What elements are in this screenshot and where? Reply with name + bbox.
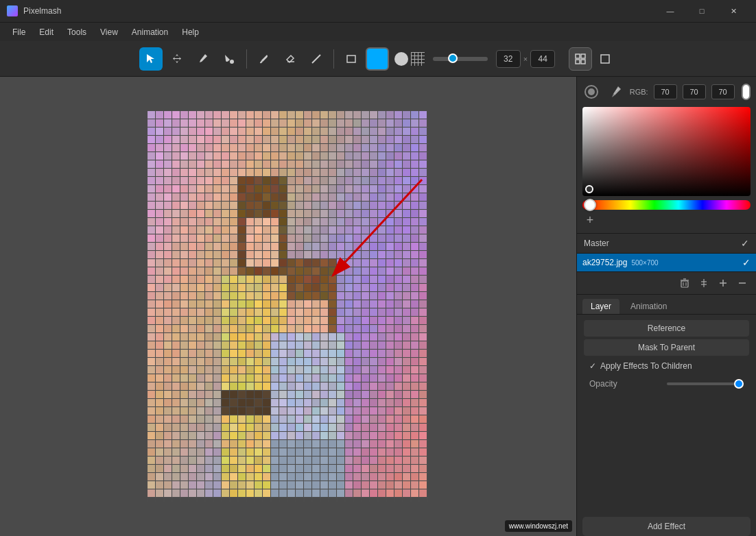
line-tool-button[interactable] [305,47,328,71]
canvas-wrapper [147,111,429,502]
rgb-g-input[interactable]: 70 [683,84,706,99]
svg-rect-3 [347,56,355,62]
foreground-color-circle[interactable] [394,52,408,66]
rgb-r-input[interactable]: 70 [654,84,677,99]
arrange-layer-button[interactable] [696,275,712,291]
hue-bar-thumb[interactable] [584,199,596,211]
app-title: Pixelmash [23,6,61,16]
menu-bar: File Edit Tools View Animation Help [0,22,756,41]
eraser-tool-button[interactable] [279,47,302,71]
rect-tool-button[interactable] [340,47,363,71]
menu-tools[interactable]: Tools [60,25,93,40]
move-tool-button[interactable] [165,47,189,71]
canvas-height[interactable]: 44 [530,50,555,68]
svg-rect-8 [601,55,609,63]
apply-effects-label: Apply Effects To Children [600,361,692,371]
svg-point-0 [230,60,234,64]
select-tool-button[interactable] [139,47,163,71]
layers-toolbar [577,272,756,295]
master-label: Master [584,239,609,248]
color-swatch[interactable] [366,47,389,71]
minimize-button[interactable]: — [654,0,686,22]
menu-animation[interactable]: Animation [125,25,175,40]
brush-size-slider[interactable] [433,57,488,61]
svg-rect-14 [681,281,688,287]
reference-button[interactable]: Reference [584,320,749,337]
layer-item-left: ak29752.jpg 500×700 [582,258,659,267]
canvas-width[interactable]: 32 [496,50,521,68]
pattern-tool[interactable] [411,52,425,66]
apply-effects-toggle[interactable]: ✓ Apply Effects To Children [584,358,749,374]
canvas-size-display: 32 × 44 [496,50,555,68]
size-separator: × [523,55,528,63]
maximize-button[interactable]: □ [686,0,718,22]
title-bar: Pixelmash — □ ✕ [0,0,756,22]
svg-point-12 [588,88,595,95]
color-picker-header: RGB: 70 70 70 [582,82,751,101]
layer-size: 500×700 [631,259,658,267]
tab-animation[interactable]: Animation [622,299,675,314]
opacity-thumb[interactable] [734,379,744,389]
brush-tool-button[interactable] [252,47,276,71]
title-bar-left: Pixelmash [7,5,61,16]
delete-layer-button[interactable] [676,275,693,291]
layer-name: ak29752.jpg [582,258,627,267]
color-gradient-picker[interactable] [582,107,751,196]
color-picker-section: RGB: 70 70 70 + [577,77,756,234]
remove-layer-button[interactable] [734,275,751,291]
pixel-canvas[interactable] [147,111,429,502]
apply-effects-checkmark: ✓ [589,361,596,371]
master-row: Master ✓ [577,234,756,254]
watermark: www.windowszj.net [505,520,572,532]
add-layer-button[interactable] [715,275,731,291]
right-panel: RGB: 70 70 70 + Master ✓ ak29752 [576,77,756,536]
svg-rect-7 [581,60,585,64]
add-effect-button[interactable]: Add Effect [582,517,751,536]
rgb-label: RGB: [630,88,648,96]
menu-edit[interactable]: Edit [32,25,60,40]
eyedropper-button[interactable] [606,82,624,101]
menu-view[interactable]: View [93,25,125,40]
menu-file[interactable]: File [5,25,32,40]
brush-size-slider-container [433,57,488,61]
single-view-button[interactable] [593,47,617,71]
svg-line-2 [312,55,320,63]
toolbar: 32 × 44 [0,41,756,77]
window-controls: — □ ✕ [654,0,749,22]
pencil-tool-button[interactable] [191,47,215,71]
mask-to-parent-button[interactable]: Mask To Parent [584,339,749,356]
svg-rect-4 [576,54,580,58]
toolbar-separator-1 [246,49,247,69]
opacity-slider[interactable] [667,382,744,385]
layer-item[interactable]: ak29752.jpg 500×700 ✓ [577,254,756,272]
close-button[interactable]: ✕ [718,0,749,22]
properties-section: Reference Mask To Parent ✓ Apply Effects… [577,315,756,517]
opacity-label: Opacity [589,379,667,389]
view-buttons [569,47,617,71]
hue-slider-thumb[interactable] [742,84,751,100]
canvas-area[interactable]: www.windowszj.net [0,77,576,536]
main-layout: www.windowszj.net R [0,77,756,536]
tab-row: Layer Animation [577,295,756,315]
menu-help[interactable]: Help [175,25,206,40]
layer-visibility-check[interactable]: ✓ [742,257,751,268]
fill-tool-button[interactable] [217,47,241,71]
master-visibility-check[interactable]: ✓ [741,238,749,249]
tab-layer[interactable]: Layer [582,299,619,314]
toolbar-separator-2 [333,49,334,69]
svg-rect-5 [581,54,585,58]
grid-view-button[interactable] [569,47,592,71]
color-circle-button[interactable] [582,82,600,101]
svg-rect-6 [576,60,580,64]
color-gradient-crosshair [585,185,593,193]
hue-bar[interactable] [582,200,751,210]
rgb-b-input[interactable]: 70 [711,84,735,99]
app-icon [7,5,18,16]
opacity-row: Opacity [584,376,749,391]
brush-size-thumb[interactable] [448,53,458,63]
add-color-button[interactable]: + [582,212,598,228]
